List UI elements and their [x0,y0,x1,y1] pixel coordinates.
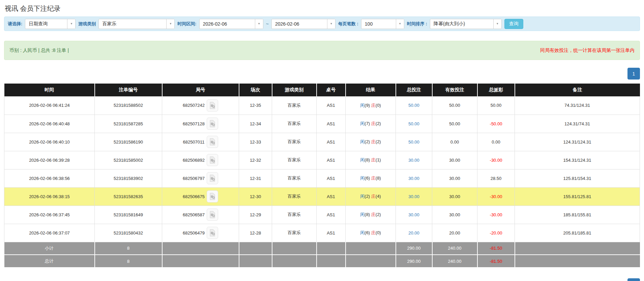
note-cell: 125.81/154.31 [515,169,640,187]
summary-count-cell: 8 [95,255,162,268]
session-cell: 12-32 [239,151,272,169]
video-replay-button[interactable] [207,118,218,130]
time-sort-value: 降幂(由大到小) [430,21,493,27]
session-cell: 12-29 [239,206,272,224]
summary-label-cell: 小计 [4,242,95,255]
session-cell: 12-28 [239,224,272,242]
total-bet-cell[interactable]: 30.00 [396,187,432,206]
session-cell: 12-33 [239,133,272,151]
result-cell: 闲(6) 庄(8) [346,169,396,187]
round-id-cell: 682506587 [162,206,239,224]
game-type-label: 游戏类别 [78,21,96,27]
column-header: 桌号 [317,84,346,96]
date-to-select[interactable]: 2026-02-06 ▼ [271,19,335,29]
chevron-down-icon: ▼ [67,19,75,29]
film-icon [209,156,216,164]
banker-result: 庄 [371,230,376,235]
bet-record-row: 2026-02-06 06:38:56523181583902682506797… [4,169,640,187]
column-header: 有效投注 [432,84,477,96]
column-header: 备注 [515,84,640,96]
total-bet-cell[interactable]: 50.00 [396,115,432,133]
chevron-down-icon: ▼ [396,19,404,29]
total-bet-cell[interactable]: 50.00 [396,133,432,151]
payout-cell: -30.00 [477,187,515,206]
time-cell: 2026-02-06 06:38:15 [4,187,95,206]
banker-result: 庄 [371,139,376,144]
round-id-cell: 682506675 [162,187,239,206]
summary-empty-cell [515,242,640,255]
chevron-down-icon: ▼ [166,19,174,29]
round-id-wrap: 682507011 [183,136,218,148]
film-icon [209,102,216,109]
round-id-text: 682506587 [183,212,205,217]
summary-empty-cell [346,255,396,268]
payout-cell: 0.00 [477,133,515,151]
round-id-cell: 682506892 [162,151,239,169]
summary-total-bet-cell: 290.00 [396,242,432,255]
time-range-label: 时间区间: [177,21,196,27]
bet-id-cell: 523181580432 [95,224,162,242]
summary-empty-cell [317,255,346,268]
query-type-select[interactable]: 日期查询 ▼ [25,19,76,29]
video-replay-button[interactable] [207,227,218,239]
bet-record-row: 2026-02-06 06:40:48523181587285682507128… [4,115,640,133]
video-replay-button[interactable] [207,209,218,221]
player-result: 闲 [360,212,364,217]
film-icon [209,120,216,127]
page-title: 视讯 会员下注纪录 [4,0,640,14]
column-header: 时间 [4,84,95,96]
note-cell: 124.31/74.31 [515,115,640,133]
date-to-value: 2026-02-06 [272,21,327,27]
session-cell: 12-31 [239,169,272,187]
chevron-down-icon: ▼ [255,19,263,29]
game-type-cell: 百家乐 [272,151,317,169]
video-replay-button[interactable] [207,172,218,184]
video-replay-button[interactable] [207,154,218,166]
table-number-cell: AS1 [317,151,346,169]
summary-empty-cell [162,242,239,255]
page-1-button-bottom[interactable]: 1 [627,278,640,281]
banker-result: 庄 [371,121,376,126]
valid-bet-cell: 0.00 [432,133,477,151]
note-cell: 154.31/124.31 [515,151,640,169]
result-cell: 闲(8) 庄(1) [346,151,396,169]
round-id-wrap: 682506479 [183,227,218,239]
video-replay-button[interactable] [207,99,218,112]
note-cell: 185.81/155.81 [515,206,640,224]
film-icon [209,138,216,146]
bet-records-table: 时间注单编号局号场次游戏类别桌号结果总投注有效投注总派彩备注 2026-02-0… [4,84,640,268]
video-replay-button[interactable] [207,190,218,202]
time-sort-select[interactable]: 降幂(由大到小) ▼ [430,19,502,29]
player-result: 闲 [360,121,364,126]
payout-cell: -30.00 [477,206,515,224]
page-1-button[interactable]: 1 [627,68,640,80]
valid-bet-cell: 30.00 [432,151,477,169]
game-type-cell: 百家乐 [272,96,317,115]
total-bet-cell[interactable]: 30.00 [396,206,432,224]
date-from-select[interactable]: 2026-02-06 ▼ [199,19,263,29]
query-type-value: 日期查询 [25,21,67,27]
film-icon [209,229,216,237]
valid-bet-cell: 30.00 [432,206,477,224]
total-bet-cell[interactable]: 20.00 [396,224,432,242]
round-id-text: 682507011 [183,139,204,145]
valid-bet-cell: 50.00 [432,115,477,133]
round-id-text: 682506479 [183,230,205,236]
game-type-select[interactable]: 百家乐 ▼ [98,19,175,29]
payout-cell: -30.00 [477,151,515,169]
table-number-cell: AS1 [317,115,346,133]
column-header: 注单编号 [95,84,162,96]
bet-id-cell: 523181581649 [95,206,162,224]
total-bet-cell[interactable]: 30.00 [396,151,432,169]
total-bet-cell[interactable]: 30.00 [396,169,432,187]
search-button[interactable]: 查询 [504,19,523,29]
query-type-label: 请选择: [8,21,22,27]
summary-row: 小计8290.00240.00-81.50 [4,242,640,255]
game-type-cell: 百家乐 [272,224,317,242]
summary-empty-cell [162,255,239,268]
video-replay-button[interactable] [207,136,218,148]
total-bet-cell[interactable]: 50.00 [396,96,432,115]
table-number-cell: AS1 [317,133,346,151]
player-result: 闲 [360,194,364,199]
page-size-select[interactable]: 100 ▼ [361,19,404,29]
